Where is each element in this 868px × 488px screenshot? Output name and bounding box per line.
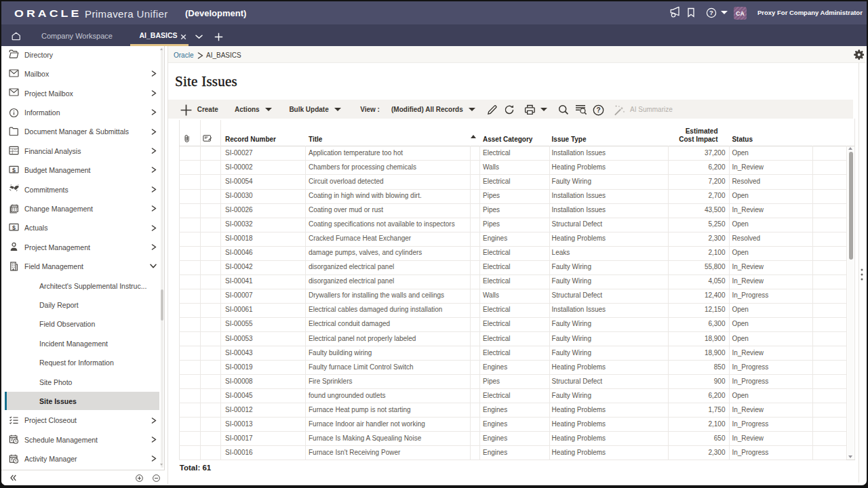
- svg-text:?: ?: [709, 9, 713, 16]
- svg-text:CA: CA: [736, 10, 744, 17]
- svg-text:$: $: [12, 166, 16, 173]
- svg-text:?: ?: [596, 106, 600, 114]
- svg-text:$: $: [12, 224, 16, 231]
